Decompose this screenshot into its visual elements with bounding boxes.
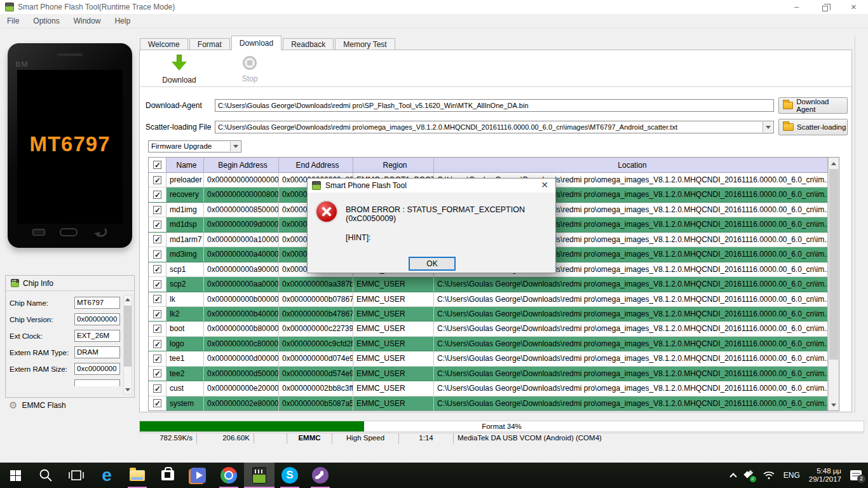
chip-field-value[interactable]: MT6797 — [74, 297, 120, 309]
viber-button[interactable] — [305, 463, 336, 488]
row-checkbox[interactable] — [149, 173, 166, 187]
row-checkbox[interactable] — [149, 247, 166, 262]
menu-window[interactable]: Window — [67, 14, 108, 25]
row-checkbox[interactable] — [149, 322, 166, 336]
tab-memory-test[interactable]: Memory Test — [335, 38, 395, 50]
scroll-up-icon[interactable] — [124, 295, 132, 304]
cell-begin-address: 0x000000000b800000 — [204, 322, 279, 336]
table-row-lk[interactable]: lk0x000000000b0000000x000000000b07867fEM… — [149, 292, 828, 307]
task-view-button[interactable] — [61, 463, 92, 488]
download-agent-browse-button[interactable]: Download Agent — [778, 97, 848, 114]
start-button[interactable] — [0, 463, 31, 488]
language-indicator[interactable]: ENG — [783, 471, 800, 480]
cell-name: lk2 — [166, 307, 204, 322]
skype-button[interactable]: S — [275, 463, 305, 488]
row-checkbox[interactable] — [149, 233, 166, 247]
table-row-tee1[interactable]: tee10x000000000d0000000x000000000d074e9f… — [149, 351, 828, 366]
table-row-tee2[interactable]: tee20x000000000d5000000x000000000d574e9f… — [149, 367, 828, 381]
row-checkbox[interactable] — [149, 262, 166, 277]
scroll-up-icon[interactable] — [829, 158, 839, 168]
menu-help[interactable]: Help — [107, 14, 137, 25]
chip-field-value[interactable]: DRAM — [74, 346, 120, 358]
row-checkbox[interactable] — [149, 367, 166, 381]
table-row-scp2[interactable]: scp20x000000000aa000000x000000000aa387bf… — [149, 277, 828, 292]
download-button[interactable]: Download — [151, 55, 208, 85]
col-header-location[interactable]: Location — [434, 158, 828, 173]
tab-download[interactable]: Download — [231, 36, 281, 50]
tab-format[interactable]: Format — [189, 38, 230, 50]
scroll-down-icon[interactable] — [829, 400, 839, 410]
scrollbar-thumb[interactable] — [829, 169, 838, 360]
scatter-browse-button[interactable]: Scatter-loading — [778, 119, 848, 135]
search-button[interactable] — [31, 463, 61, 488]
notification-icon[interactable]: 2 — [850, 470, 862, 480]
chip-field-label: Chip Name: — [10, 299, 48, 307]
sync-tray-icon[interactable]: ✓ — [745, 471, 754, 480]
scroll-down-icon[interactable] — [124, 386, 132, 394]
row-checkbox[interactable] — [149, 277, 166, 292]
minimize-button[interactable]: – — [782, 0, 811, 14]
table-row-boot[interactable]: boot0x000000000b8000000x000000000c22739f… — [149, 322, 828, 336]
row-checkbox[interactable] — [149, 217, 166, 232]
row-checkbox[interactable] — [149, 203, 166, 217]
cell-begin-address: 0x000000000a400000 — [204, 247, 279, 262]
dialog-title-bar[interactable]: Smart Phone Flash Tool ✕ — [308, 179, 555, 193]
checkbox-checked-icon — [153, 161, 161, 169]
restore-button[interactable] — [811, 0, 839, 14]
col-header-begin[interactable]: Begin Address — [204, 158, 279, 173]
checkbox-checked-icon — [153, 250, 161, 259]
ok-button[interactable]: OK — [409, 257, 456, 271]
store-button[interactable] — [153, 463, 183, 488]
table-row-logo[interactable]: logo0x000000000c8000000x000000000c9cfd2f… — [149, 337, 828, 351]
file-explorer-button[interactable] — [122, 463, 153, 488]
emmc-flash-section[interactable]: ⚙ EMMC Flash — [9, 400, 66, 410]
search-icon — [38, 468, 53, 483]
download-agent-input[interactable]: C:\Users\Goulas George\Downloads\redmi p… — [215, 99, 774, 112]
cell-end-address: 0x000000000d074e9f — [279, 351, 353, 366]
clock[interactable]: 5:48 μμ 29/1/2017 — [809, 467, 841, 484]
movies-tv-button[interactable] — [183, 463, 214, 488]
table-row-system[interactable]: system0x000000002e8000000x00000000b5087a… — [149, 396, 828, 410]
chevron-down-icon[interactable] — [763, 122, 773, 132]
menu-options[interactable]: Options — [26, 14, 66, 25]
table-row-cust[interactable]: cust0x000000000e2000000x000000002bb8c3ff… — [149, 381, 828, 396]
table-row-lk2[interactable]: lk20x000000000b4000000x000000000b47867fE… — [149, 307, 828, 322]
col-header-region[interactable]: Region — [353, 158, 434, 173]
scatter-file-combobox[interactable]: C:\Users\Goulas George\Downloads\redmi p… — [215, 121, 774, 133]
tab-readback[interactable]: Readback — [283, 38, 334, 50]
chip-info-scrollbar[interactable] — [123, 295, 132, 395]
tray-expand-icon[interactable] — [729, 473, 736, 480]
chrome-button[interactable] — [214, 463, 244, 488]
row-checkbox[interactable] — [149, 381, 166, 396]
viber-icon — [312, 467, 329, 484]
menu-file[interactable]: File — [0, 14, 26, 25]
row-checkbox[interactable] — [149, 351, 166, 366]
cell-end-address: 0x000000000b07867f — [279, 292, 353, 307]
col-header-name[interactable]: Name — [166, 158, 204, 173]
close-button[interactable]: × — [839, 0, 868, 14]
row-checkbox[interactable] — [149, 307, 166, 322]
row-checkbox[interactable] — [149, 292, 166, 307]
row-checkbox[interactable] — [149, 337, 166, 351]
cell-name: tee2 — [166, 367, 204, 381]
col-header-end[interactable]: End Address — [279, 158, 353, 173]
select-all-checkbox[interactable] — [149, 158, 166, 173]
scrollbar-thumb[interactable] — [124, 306, 132, 367]
chip-info-header[interactable]: Chip Info — [6, 276, 134, 291]
edge-button[interactable]: e — [92, 463, 122, 488]
flash-mode-select[interactable]: Firmware Upgrade — [148, 140, 241, 152]
row-checkbox[interactable] — [149, 396, 166, 410]
wifi-icon[interactable] — [763, 471, 775, 480]
chip-field-value[interactable]: 0x00000000 — [74, 313, 120, 325]
row-checkbox[interactable] — [149, 187, 166, 202]
flash-tool-taskbar-button[interactable] — [244, 463, 275, 488]
title-bar: Smart Phone Flash Tool(Runtime Trace Mod… — [0, 0, 868, 14]
checkbox-checked-icon — [153, 295, 161, 303]
table-scrollbar[interactable] — [828, 158, 839, 410]
dialog-close-button[interactable]: ✕ — [534, 179, 555, 193]
chevron-down-icon[interactable] — [230, 142, 240, 151]
chip-field-value[interactable]: 0xc0000000 — [74, 363, 120, 375]
tab-welcome[interactable]: Welcome — [140, 38, 188, 50]
stop-button[interactable]: Stop — [221, 55, 278, 83]
chip-field-value[interactable]: EXT_26M — [74, 330, 120, 342]
